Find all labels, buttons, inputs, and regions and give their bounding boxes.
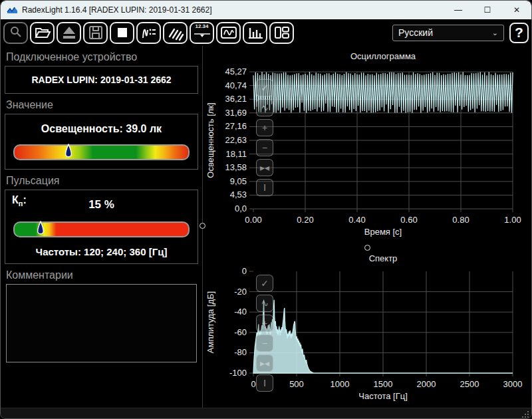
pulsation-frequencies: Частоты: 120; 240; 360 [Гц]	[5, 246, 198, 257]
svg-text:Осциллограмма: Осциллограмма	[350, 51, 416, 61]
magnifier-icon	[8, 25, 24, 41]
illuminance-marker	[64, 144, 72, 160]
spectrum-chart[interactable]: 0-20-40-60-80-10005001000150020002500300…	[203, 248, 531, 408]
svg-text:500: 500	[289, 379, 304, 389]
svg-text:31,69: 31,69	[225, 108, 247, 118]
svg-text:-100: -100	[229, 368, 247, 378]
eject-device-button[interactable]	[57, 22, 81, 44]
value-section-header: Значение	[1, 99, 202, 111]
zoom-tool-button[interactable]	[3, 22, 28, 44]
svg-text:0.80: 0.80	[452, 215, 469, 225]
svg-text:22,63: 22,63	[225, 135, 247, 145]
svg-text:-40: -40	[234, 307, 247, 317]
rays-icon	[167, 25, 184, 41]
kp-value: 15 %	[5, 198, 198, 211]
pulsation-scale	[13, 221, 190, 237]
zoom-out-button[interactable]: −	[256, 139, 273, 156]
panel-splitter-handle[interactable]	[200, 223, 205, 229]
svg-text:0.00: 0.00	[245, 215, 261, 225]
fit-vertical-button[interactable]: Ⅰ	[256, 179, 273, 196]
waveform-list-icon	[140, 25, 158, 41]
pulsation-marker	[37, 221, 45, 237]
digital-scale-icon	[194, 32, 211, 39]
kp-label: Кп:	[12, 194, 27, 208]
zoom-out-button[interactable]: −	[256, 335, 273, 352]
comments-input[interactable]	[6, 284, 197, 362]
svg-text:27,16: 27,16	[225, 121, 247, 131]
spectrum-view-button[interactable]	[243, 22, 267, 44]
svg-text:1500: 1500	[374, 379, 393, 389]
resize-grip[interactable]	[522, 411, 529, 418]
svg-text:2500: 2500	[460, 379, 479, 389]
stop-measurement-button[interactable]	[110, 22, 134, 44]
svg-text:36,21: 36,21	[225, 94, 247, 104]
waveform-markers-button[interactable]	[136, 22, 161, 44]
spectrum-canvas[interactable]: 0-20-40-60-80-10005001000150020002500300…	[203, 248, 532, 408]
svg-text:0.60: 0.60	[400, 215, 417, 225]
svg-text:-20: -20	[234, 287, 247, 297]
zoom-in-button[interactable]: +	[256, 315, 273, 332]
layout-view-button[interactable]	[269, 22, 294, 44]
select-tool-button[interactable]: ✓	[256, 275, 273, 292]
svg-text:-60: -60	[234, 327, 247, 337]
fit-vertical-button[interactable]: Ⅰ	[256, 374, 273, 392]
illuminance-scale	[13, 144, 190, 160]
svg-text:40,74: 40,74	[225, 80, 247, 90]
oscillogram-canvas[interactable]: 0,04,539,0513,5818,1122,6327,1631,6936,2…	[203, 46, 532, 248]
open-file-button[interactable]	[30, 22, 55, 44]
svg-text:1.00: 1.00	[504, 215, 521, 225]
window-title: RadexLight 1.16.4 [RADEX LUPIN: 2019-01-…	[22, 5, 212, 15]
svg-text:45,27: 45,27	[225, 67, 247, 76]
save-file-button[interactable]	[83, 22, 108, 44]
select-tool-button[interactable]: ✓	[256, 79, 273, 96]
layout-panels-icon	[273, 25, 291, 41]
minimize-button[interactable]: —	[444, 1, 473, 19]
chevron-down-icon: ⌄	[492, 29, 498, 37]
digital-display-text: 12.34	[194, 24, 211, 29]
measurement-panel: Подключенное устройство RADEX LUPIN: 201…	[1, 46, 203, 408]
chart-splitter-handle[interactable]	[364, 245, 370, 251]
device-box: RADEX LUPIN: 2019-01-31 2662	[5, 66, 198, 94]
svg-text:0.20: 0.20	[297, 215, 313, 225]
svg-text:2000: 2000	[417, 379, 436, 389]
title-bar: RadexLight 1.16.4 [RADEX LUPIN: 2019-01-…	[1, 1, 531, 19]
pulsation-rays-button[interactable]	[163, 22, 188, 44]
floppy-save-icon	[88, 25, 104, 41]
app-window: RadexLight 1.16.4 [RADEX LUPIN: 2019-01-…	[0, 0, 532, 419]
fit-horizontal-button[interactable]: ▸◂	[256, 354, 273, 372]
device-name: RADEX LUPIN: 2019-01-31 2662	[31, 74, 171, 85]
toolbar: 12.34	[1, 19, 531, 46]
charts-area: 0,04,539,0513,5818,1122,6327,1631,6936,2…	[203, 46, 531, 408]
oscillogram-view-button[interactable]	[216, 22, 241, 44]
smooth-tool-button[interactable]: ∿	[256, 295, 273, 312]
svg-text:Амплитуда [дБ]: Амплитуда [дБ]	[205, 291, 215, 353]
svg-text:Время [с]: Время [с]	[364, 227, 402, 237]
smooth-tool-button[interactable]: ∿	[256, 99, 273, 116]
fit-horizontal-button[interactable]: ▸◂	[256, 159, 273, 176]
spectrum-tools: ✓ ∿ + − ▸◂ Ⅰ	[256, 275, 273, 394]
pulsation-box: Кп: 15 % Частоты: 120; 240; 360 [Гц]	[5, 190, 198, 264]
eject-icon	[61, 25, 77, 41]
help-button[interactable]: ?	[509, 23, 529, 43]
language-value: Русский	[398, 27, 433, 38]
svg-text:-80: -80	[234, 347, 247, 357]
svg-text:1000: 1000	[331, 379, 350, 389]
comments-section-header: Комментарии	[1, 269, 202, 281]
svg-text:13,58: 13,58	[225, 162, 247, 172]
svg-text:4,53: 4,53	[230, 190, 247, 200]
oscillogram-icon	[220, 25, 237, 41]
oscillogram-chart[interactable]: 0,04,539,0513,5818,1122,6327,1631,6936,2…	[203, 46, 531, 248]
language-select[interactable]: Русский ⌄	[392, 25, 504, 41]
status-bar	[1, 408, 531, 419]
svg-text:18,11: 18,11	[225, 149, 247, 159]
maximize-button[interactable]: ☐	[473, 1, 502, 19]
svg-text:Освещенность [лк]: Освещенность [лк]	[205, 102, 215, 178]
zoom-in-button[interactable]: +	[256, 119, 273, 136]
oscillogram-tools: ✓ ∿ + − ▸◂ Ⅰ	[256, 79, 273, 199]
device-section-header: Подключенное устройство	[1, 51, 202, 63]
svg-text:0.40: 0.40	[348, 215, 365, 225]
close-button[interactable]: ✕	[502, 1, 531, 19]
svg-text:0: 0	[251, 379, 255, 389]
digital-display-button[interactable]: 12.34	[190, 22, 214, 44]
illuminance-reading: Освещенность: 39.0 лк	[5, 123, 198, 135]
